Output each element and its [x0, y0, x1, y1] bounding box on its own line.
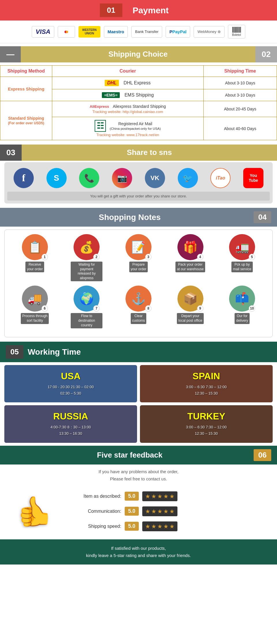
sns-instagram-icon[interactable]: 📷	[112, 168, 132, 188]
step-2: 💰 2 Waiting for paymentreleased by alixp…	[71, 234, 102, 281]
usa-hours: 17:00 - 20:30 21:30 – 02:0002:30 – 5:30	[9, 384, 133, 397]
spain-hours: 3:00 – 6:30 7:30 – 12:0012:30 – 15:30	[144, 384, 268, 397]
western-union-logo: WESTERNUNION	[78, 26, 100, 38]
step-6-num: 6	[42, 305, 48, 312]
step-7-icon: 🌍 7	[74, 286, 100, 312]
star-2-4: ★	[163, 508, 169, 515]
feedback-num: 06	[254, 449, 271, 461]
step-4-label: Pack your orderat our warehouse	[175, 262, 205, 272]
bank-transfer-text: Bank Transfer	[135, 29, 158, 34]
sns-whatsapp-icon[interactable]: 📞	[79, 168, 99, 188]
airmail-time: About 40-60 Days	[203, 117, 277, 140]
feedback-subtitle-line1: If you have any problems about the order…	[99, 469, 179, 474]
sns-title: Share to sns	[22, 145, 277, 161]
step-6: 🚚 6 Process throughsort facility	[19, 286, 51, 324]
star-2-5: ★	[169, 508, 175, 515]
step-10-label: Our fordelivery	[235, 313, 249, 324]
shipping-num-left: —	[0, 46, 21, 62]
working-time-title: Working Time	[28, 347, 81, 357]
rating-score-3: 5.0	[125, 522, 139, 531]
step-10-icon: 📫 10	[229, 286, 255, 312]
usa-time-card: USA 17:00 - 20:30 21:30 – 02:0002:30 – 5…	[4, 365, 137, 402]
ali-time: About 20-45 Days	[203, 101, 277, 117]
shopping-notes-num: 04	[254, 211, 271, 223]
sns-section: 03 Share to sns f S 📞 📷 VK 🐦 iTao YouTub…	[0, 145, 277, 203]
payment-num-badge: 01	[100, 3, 123, 17]
sns-facebook-icon[interactable]: f	[14, 168, 34, 188]
feedback-header: Five star feedback 06	[0, 446, 277, 465]
feedback-subtitle-line2: Please feel free to contact us.	[110, 476, 167, 481]
feedback-section: Five star feedback 06 If you have any pr…	[0, 446, 277, 565]
turkey-title: TURKEY	[144, 411, 268, 422]
star-1-1: ★	[145, 493, 150, 500]
standard-method-cell: Standard Shipping(For order over USD5)	[0, 101, 52, 140]
step-7-num: 7	[93, 305, 100, 312]
ali-name: Aliexpress Standard Shipping	[113, 104, 166, 109]
step-1-num: 1	[42, 254, 48, 260]
step-8: ⚓ 8 Clearcustoms	[123, 286, 154, 324]
step-1: 📋 1 Receiveyour order	[19, 234, 51, 272]
feedback-subtitle: If you have any problems about the order…	[0, 468, 277, 483]
step-9-icon: 📦 9	[177, 286, 203, 312]
col-time: Shipping Time	[203, 66, 277, 77]
sns-vk-icon[interactable]: VK	[145, 168, 165, 188]
rating-label-2: Communication:	[69, 509, 121, 514]
ems-logo: ≡EMS≡	[102, 92, 120, 98]
step-2-label: Waiting for paymentreleased by alixpress	[71, 262, 102, 281]
shopping-notes-header: Shopping Notes 04	[0, 208, 277, 227]
step-4: 🎁 4 Pack your orderat our warehouse	[175, 234, 206, 272]
boletol-logo: Boletol	[228, 25, 245, 38]
dhl-logo: DHL	[105, 80, 119, 86]
usa-title: USA	[9, 371, 133, 382]
russia-time-card: RUSSIA 4:00-7:30 8：30 – 13:0013:30 – 16:…	[4, 405, 137, 443]
star-3-3: ★	[157, 523, 162, 530]
rating-label-1: Item as described:	[69, 494, 121, 499]
star-1-4: ★	[163, 493, 169, 500]
step-8-label: Clearcustoms	[131, 313, 147, 324]
step-3-icon: 📝 3	[126, 234, 151, 260]
feedback-footer: If satisfied with our products, kindly l…	[0, 539, 277, 565]
step-3-label: Prepareyour order	[129, 262, 148, 272]
rating-label-3: Shipping speed:	[69, 524, 121, 529]
step-1-icon: 📋 1	[22, 234, 48, 260]
webmoney-text: WebMoney ⊛	[197, 29, 220, 34]
shipping-header: — Shipping Choice 02	[0, 46, 277, 62]
rating-score-2: 5.0	[125, 507, 139, 516]
star-1-5: ★	[169, 493, 175, 500]
maestro-logo: Maestro	[104, 26, 128, 38]
sns-twitter-icon[interactable]: 🐦	[178, 168, 198, 188]
step-8-icon: ⚓ 8	[126, 286, 151, 312]
feedback-footer-line2: kindly leave a 5-star rating and share w…	[5, 552, 272, 559]
step-9-num: 9	[197, 305, 203, 312]
sns-youtube-icon[interactable]: YouTube	[243, 168, 263, 188]
step-4-num: 4	[197, 254, 203, 260]
feedback-content: 👍 Item as described: 5.0 ★ ★ ★ ★ ★ Commu…	[6, 486, 271, 536]
sns-num: 03	[0, 145, 22, 161]
dhl-time: About 3-10 Days	[203, 77, 277, 89]
turkey-time-card: TURKEY 3:00 – 6:30 7:30 – 12:0012:30 – 1…	[140, 405, 273, 443]
step-3: 📝 3 Prepareyour order	[123, 234, 154, 272]
ratings-section: Item as described: 5.0 ★ ★ ★ ★ ★ Communi…	[63, 486, 271, 536]
paypal-logo: P PayPal	[166, 26, 190, 38]
payment-title: Payment	[124, 5, 177, 15]
star-1-2: ★	[151, 493, 156, 500]
airmail-tracking: Tracking website: www.17track.net/en	[57, 133, 199, 137]
spain-time-card: SPAIN 3:00 – 6:30 7:30 – 12:0012:30 – 15…	[140, 365, 273, 402]
step-5-icon: 🚛 5	[229, 234, 255, 260]
paypal-text: PayPal	[172, 29, 186, 34]
turkey-hours: 3:00 – 6:30 7:30 – 12:0012:30 – 15:30	[144, 424, 268, 437]
ems-time: About 3-10 Days	[203, 89, 277, 101]
step-9: 📦 9 Depart yourlocal post office	[175, 286, 206, 324]
sns-skype-icon[interactable]: S	[46, 168, 67, 188]
webmoney-logo: WebMoney ⊛	[194, 26, 224, 38]
step-7: 🌍 7 Flow to destinationcountry	[71, 286, 102, 328]
airmail-name: Registered Air Mail(China post/epacket-o…	[110, 121, 161, 131]
sns-header: 03 Share to sns	[0, 145, 277, 161]
step-6-icon: 🚚 6	[22, 286, 48, 312]
step-10-num: 10	[249, 305, 255, 312]
sns-itao-icon[interactable]: iTao	[210, 168, 231, 188]
bank-transfer-logo: Bank Transfer	[131, 26, 162, 38]
shipping-section: — Shipping Choice 02 Shipping Method Cou…	[0, 46, 277, 140]
steps-row-1: 📋 1 Receiveyour order 💰 2 Waiting for pa…	[9, 234, 268, 281]
visa-text: VISA	[35, 28, 50, 36]
